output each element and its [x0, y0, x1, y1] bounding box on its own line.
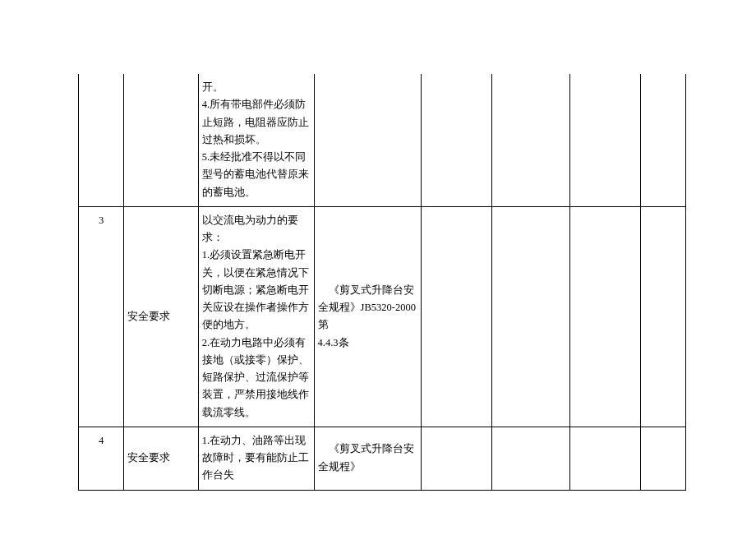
cell-content: 以交流电为动力的要求：1.必须设置紧急断电开关，以便在紧急情况下切断电源；紧急断… [198, 206, 314, 427]
cell-blank [491, 427, 570, 490]
cell-blank [640, 427, 685, 490]
cell-blank [422, 206, 491, 427]
safety-requirements-table: 开。4.所有带电部件必须防止短路，电阻器应防止过热和损坏。5.未经批准不得以不同… [78, 74, 686, 491]
cell-blank [422, 74, 491, 206]
cell-blank [491, 206, 570, 427]
cell-reference [314, 74, 422, 206]
cell-blank [570, 206, 640, 427]
cell-category [124, 74, 198, 206]
cell-reference: 《剪叉式升降台安全规程》JB5320-2000第4.4.3条 [314, 206, 422, 427]
cell-content: 开。4.所有带电部件必须防止短路，电阻器应防止过热和损坏。5.未经批准不得以不同… [198, 74, 314, 206]
cell-blank [491, 74, 570, 206]
table-row: 3 安全要求 以交流电为动力的要求：1.必须设置紧急断电开关，以便在紧急情况下切… [79, 206, 686, 427]
cell-content: 1.在动力、油路等出现故障时，要有能防止工作台失 [198, 427, 314, 490]
cell-blank [422, 427, 491, 490]
cell-number: 3 [79, 206, 124, 427]
cell-category: 安全要求 [124, 206, 198, 427]
cell-blank [640, 206, 685, 427]
cell-number: 4 [79, 427, 124, 490]
table-row: 开。4.所有带电部件必须防止短路，电阻器应防止过热和损坏。5.未经批准不得以不同… [79, 74, 686, 206]
cell-category: 安全要求 [124, 427, 198, 490]
cell-blank [640, 74, 685, 206]
table-row: 4 安全要求 1.在动力、油路等出现故障时，要有能防止工作台失 《剪叉式升降台安… [79, 427, 686, 490]
cell-reference: 《剪叉式升降台安全规程》 [314, 427, 422, 490]
cell-number [79, 74, 124, 206]
cell-blank [570, 427, 640, 490]
document-page: 开。4.所有带电部件必须防止短路，电阻器应防止过热和损坏。5.未经批准不得以不同… [0, 0, 756, 535]
cell-blank [570, 74, 640, 206]
